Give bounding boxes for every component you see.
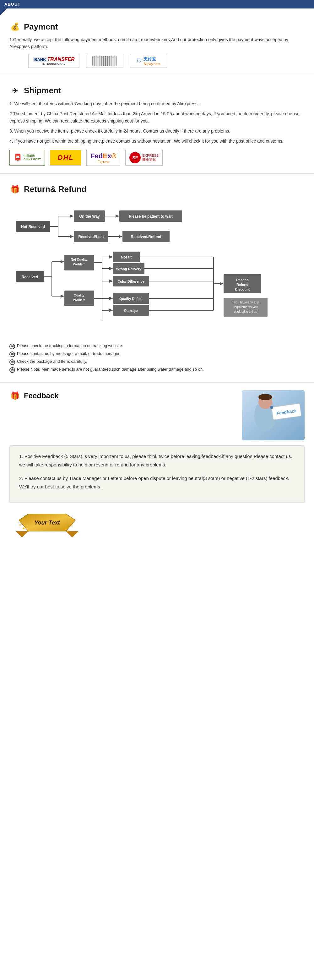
return-title: Return& Refund — [24, 185, 86, 194]
bank-transfer-text: BANKTRANSFER INTERNATIONAL — [33, 57, 75, 65]
note-num-2: ② — [10, 352, 15, 357]
svg-text:requirements you: requirements you — [233, 305, 257, 309]
fedex-d: E — [103, 152, 107, 160]
fedex-logo: FedEx® Express — [86, 150, 120, 166]
alipay-visual: 🛡 支付宝 Alipay.com — [136, 56, 160, 66]
alipay-shield-icon: 🛡 — [136, 57, 142, 64]
feedback-header: 🎁 Feedback — [10, 390, 304, 441]
svg-text:Wrong Delivery: Wrong Delivery — [116, 267, 142, 271]
payment-icon: 💰 — [10, 21, 21, 32]
svg-text:Not Received: Not Received — [21, 224, 45, 229]
svg-text:Your Text: Your Text — [34, 520, 60, 526]
svg-text:Resend: Resend — [236, 278, 249, 282]
note-item-2: ② Please contact us by meesage, e-mail, … — [10, 351, 304, 357]
payment-logos: BANKTRANSFER INTERNATIONAL 🛡 支付宝 Alipay.… — [28, 54, 304, 68]
note-text-2: Please contact us by meesage, e-mail, or… — [17, 351, 121, 356]
svg-text:Problem: Problem — [73, 262, 86, 266]
note-item-3: ③ Check the package and Item, carefully. — [10, 359, 304, 365]
svg-marker-25 — [60, 260, 64, 263]
svg-text:Discount: Discount — [235, 287, 250, 291]
shipment-title: Shipment — [24, 86, 61, 95]
note-num-4: ④ — [10, 367, 15, 373]
feedback-content: 1. Positive Feedback (5 Stars) is very i… — [10, 445, 304, 503]
return-notes-list: ① Please check the tracking in formation… — [10, 343, 304, 373]
fedex-ex: x — [107, 152, 111, 160]
feedback-section: 🎁 Feedback — [0, 387, 314, 550]
svg-text:Not Quality: Not Quality — [71, 258, 87, 261]
svg-text:★: ★ — [27, 529, 30, 533]
note-num-3: ③ — [10, 360, 15, 365]
svg-marker-55 — [109, 297, 113, 300]
china-post-inner: 📮 中国邮政CHINA POST — [14, 154, 41, 162]
note-item-4: ④ Please Note: Men made defects are not … — [10, 367, 304, 373]
svg-text:Problem: Problem — [73, 298, 86, 302]
shipment-title-row: ✈ Shipment — [10, 85, 304, 96]
svg-text:Quality: Quality — [74, 294, 84, 297]
header-bar: ABOUT — [0, 0, 314, 8]
svg-marker-44 — [60, 294, 64, 298]
china-post-text: 中国邮政CHINA POST — [24, 154, 41, 161]
flow-diagram: Not Received On the Way Please be patien… — [10, 199, 304, 338]
alipay-domain: Alipay.com — [143, 62, 160, 66]
svg-text:★: ★ — [63, 526, 66, 531]
return-icon: 🎁 — [10, 184, 21, 195]
feedback-image: Feedback — [242, 390, 304, 441]
svg-text:If you have any else: If you have any else — [232, 301, 260, 304]
return-refund-section: 🎁 Return& Refund Not Received On the Way… — [0, 178, 314, 381]
shipment-p4: 4. If you have not got it within the shi… — [10, 138, 304, 145]
svg-text:Please be patient to wait: Please be patient to wait — [129, 214, 172, 219]
svg-text:Received/Lost: Received/Lost — [78, 235, 104, 239]
payment-text: 1.Generally, we accept the following pay… — [10, 36, 304, 50]
svg-point-81 — [258, 394, 272, 400]
svg-point-84 — [270, 406, 273, 409]
fedex-visual: FedEx® Express — [90, 152, 116, 164]
payment-title: Payment — [24, 22, 58, 32]
return-title-row: 🎁 Return& Refund — [10, 184, 304, 195]
svg-text:★: ★ — [22, 526, 25, 531]
feedback-title-row: 🎁 Feedback — [10, 390, 59, 401]
svg-marker-5 — [70, 215, 74, 218]
note-text-1: Please check the tracking in formation o… — [17, 343, 123, 348]
feedback-p1: 1. Positive Feedback (5 Stars) is very i… — [19, 452, 295, 469]
return-divider — [0, 382, 314, 383]
svg-text:Quality Defect: Quality Defect — [119, 297, 143, 301]
svg-text:could also tell us: could also tell us — [234, 310, 257, 313]
svg-text:★: ★ — [19, 523, 21, 527]
moneybookers-visual — [92, 56, 117, 66]
bank-transfer-logo: BANKTRANSFER INTERNATIONAL — [28, 54, 79, 68]
sf-express-text: EXPRESS顺丰速运 — [142, 154, 159, 162]
svg-text:Damage: Damage — [124, 309, 138, 313]
china-post-logo: 📮 中国邮政CHINA POST — [10, 150, 45, 165]
svg-marker-36 — [109, 255, 113, 259]
svg-text:Refund: Refund — [236, 283, 248, 286]
feedback-p2: 2. Please contact us by Trade Manager or… — [19, 474, 295, 491]
svg-marker-51 — [109, 280, 113, 283]
svg-marker-40 — [109, 267, 113, 270]
svg-text:On the Way: On the Way — [79, 214, 100, 219]
shipment-icon: ✈ — [10, 85, 21, 96]
fedex-express-label: Express — [90, 160, 116, 164]
payment-body: 1.Generally, we accept the following pay… — [10, 36, 304, 50]
feedback-person-svg: Feedback — [242, 390, 304, 441]
shipment-p3: 3. When you receive the items, please ch… — [10, 127, 304, 134]
svg-text:★: ★ — [67, 529, 70, 533]
shipment-p1: 1. We will sent the items within 5-7work… — [10, 100, 304, 107]
note-text-3: Check the package and Item, carefully. — [17, 359, 87, 364]
svg-marker-86 — [16, 531, 28, 538]
alipay-chinese: 支付宝 — [143, 56, 160, 62]
moneybookers-logo — [86, 54, 124, 68]
svg-text:Received: Received — [22, 275, 38, 279]
svg-marker-13 — [70, 235, 74, 238]
shipment-p2: 2.The shipment by China Post Registered … — [10, 110, 304, 124]
header-triangle-deco — [0, 8, 7, 15]
shipment-section: ✈ Shipment 1. We will sent the items wit… — [0, 80, 314, 172]
sf-express-logo: SF EXPRESS顺丰速运 — [125, 150, 163, 165]
header-title: ABOUT — [5, 2, 21, 6]
flow-svg: Not Received On the Way Please be patien… — [10, 199, 304, 337]
shipment-body: 1. We will sent the items within 5-7work… — [10, 100, 304, 145]
svg-marker-9 — [116, 215, 119, 218]
alipay-logo: 🛡 支付宝 Alipay.com — [130, 54, 167, 68]
badge-svg: Your Text ★ ★ ★ ★ ★ ★ — [16, 514, 78, 539]
feedback-icon: 🎁 — [10, 390, 21, 401]
your-text-badge: Your Text ★ ★ ★ ★ ★ ★ — [16, 514, 78, 540]
